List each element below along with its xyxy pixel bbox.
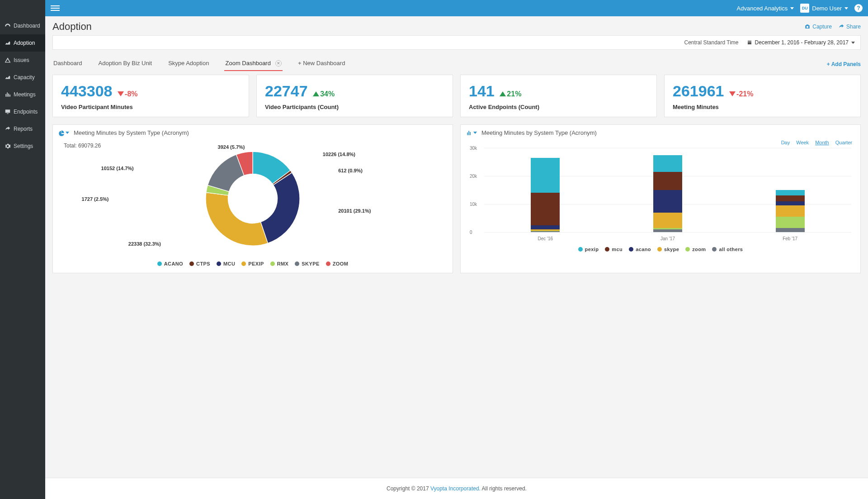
bar-segment [531, 225, 560, 229]
camera-icon [804, 24, 811, 30]
slice-label: 10152 (14.7%) [101, 166, 134, 171]
chevron-down-icon [66, 132, 69, 134]
granularity-picker: DayWeekMonthQuarter [469, 140, 852, 145]
legend-item[interactable]: pexip [578, 247, 599, 252]
legend-item[interactable]: RMX [270, 261, 289, 266]
bar-segment [776, 228, 805, 232]
bar-stack[interactable] [776, 190, 805, 232]
share-button[interactable]: Share [838, 24, 861, 30]
swatch [217, 261, 221, 266]
sidebar-item-adoption[interactable]: Adoption [0, 34, 45, 52]
metric-card[interactable]: 443308 -8% Video Participant Minutes [52, 75, 249, 117]
capture-button[interactable]: Capture [804, 24, 832, 30]
bar-icon[interactable] [466, 130, 477, 136]
legend-item[interactable]: mcu [605, 247, 623, 252]
legend-item[interactable]: ACANO [157, 261, 183, 266]
panel-title: Meeting Minutes by System Type (Acronym) [74, 129, 189, 136]
legend-item[interactable]: CTPS [189, 261, 210, 266]
granularity-option[interactable]: Week [796, 140, 809, 145]
menu-toggle[interactable] [51, 4, 60, 13]
bar-segment [776, 217, 805, 228]
legend-item[interactable]: MCU [217, 261, 235, 266]
metric-card[interactable]: 22747 34% Video Participants (Count) [256, 75, 453, 117]
user-dropdown[interactable]: DU Demo User [800, 4, 848, 13]
bar-legend: pexipmcuacanoskypezoomall others [466, 247, 855, 252]
sidebar-item-meetings[interactable]: Meetings [0, 86, 45, 103]
legend-item[interactable]: acano [629, 247, 651, 252]
date-range-picker[interactable]: December 1, 2016 - February 28, 2017 [747, 39, 855, 46]
bar-segment [653, 155, 682, 172]
tab-skype[interactable]: Skype Adoption [167, 57, 210, 71]
sidebar-item-label: Endpoints [14, 109, 38, 115]
bar-segment [653, 213, 682, 228]
add-panels-button[interactable]: + Add Panels [827, 61, 861, 67]
tab-dashboard[interactable]: Dashboard [52, 57, 83, 71]
metric-value: 443308 [61, 82, 112, 100]
swatch [241, 261, 246, 266]
donut-legend: ACANOCTPSMCUPEXIPRMXSKYPEZOOM [58, 261, 447, 266]
chevron-down-icon [473, 132, 477, 134]
user-name: Demo User [812, 5, 842, 12]
metric-card[interactable]: 141 21% Active Endpoints (Count) [460, 75, 657, 117]
bar-segment [776, 190, 805, 195]
bar-chart: 010k20k30kDec '16Jan '17Feb '17 [470, 148, 851, 243]
bar-segment [653, 229, 682, 232]
panel-donut: Meeting Minutes by System Type (Acronym)… [52, 124, 453, 273]
metric-value: 261961 [673, 82, 724, 100]
share-icon [5, 126, 11, 132]
trend: 34% [313, 90, 335, 98]
slice-label: 20101 (29.1%) [338, 208, 371, 214]
slice-label: 1727 (2.5%) [82, 196, 109, 202]
sidebar-item-capacity[interactable]: Capacity [0, 69, 45, 86]
legend-item[interactable]: SKYPE [295, 261, 319, 266]
granularity-option[interactable]: Quarter [835, 140, 852, 145]
slice-label: 3924 (5.7%) [218, 144, 245, 150]
metric-value: 141 [469, 82, 495, 100]
slice-label: 22338 (32.3%) [128, 241, 161, 247]
donut-total: Total: 69079.26 [64, 143, 101, 149]
arrow-up-icon [313, 91, 319, 96]
y-tick: 10k [470, 201, 477, 206]
close-icon[interactable]: ✕ [275, 60, 282, 67]
sidebar-item-endpoints[interactable]: Endpoints [0, 103, 45, 120]
metric-label: Video Participant Minutes [61, 104, 241, 110]
bar-segment [531, 193, 560, 225]
swatch [578, 247, 583, 252]
sidebar-item-label: Adoption [14, 40, 35, 46]
sidebar-item-dashboard[interactable]: Dashboard [0, 17, 45, 34]
tab-zoom[interactable]: Zoom Dashboard ✕ [224, 57, 282, 71]
legend-item[interactable]: ZOOM [326, 261, 349, 266]
bar-segment [531, 231, 560, 232]
panels: Meeting Minutes by System Type (Acronym)… [52, 124, 861, 273]
granularity-option[interactable]: Day [781, 140, 790, 145]
legend-item[interactable]: all others [712, 247, 743, 252]
footer-company-link[interactable]: Vyopta Incorporated. [430, 485, 481, 492]
tab-new[interactable]: + New Dashboard [297, 57, 346, 71]
legend-item[interactable]: zoom [685, 247, 706, 252]
legend-item[interactable]: skype [657, 247, 679, 252]
swatch [326, 261, 330, 266]
legend-item[interactable]: PEXIP [241, 261, 264, 266]
trend: 21% [500, 90, 521, 98]
bar-segment [653, 172, 682, 190]
y-tick: 30k [470, 146, 477, 151]
avatar: DU [800, 4, 809, 13]
help-icon[interactable]: ? [854, 4, 863, 12]
tab-adoption-biz[interactable]: Adoption By Biz Unit [98, 57, 153, 71]
date-range-label: December 1, 2016 - February 28, 2017 [755, 39, 849, 46]
chart-line-icon [5, 40, 11, 46]
swatch [685, 247, 690, 252]
metric-label: Active Endpoints (Count) [469, 104, 648, 110]
bar-stack[interactable] [531, 158, 560, 232]
metric-card[interactable]: 261961 -21% Meeting Minutes [664, 75, 861, 117]
product-dropdown[interactable]: Advanced Analytics [737, 5, 794, 12]
sidebar-item-reports[interactable]: Reports [0, 120, 45, 138]
sidebar-item-issues[interactable]: Issues [0, 52, 45, 69]
granularity-option[interactable]: Month [815, 140, 829, 145]
swatch [157, 261, 162, 266]
sidebar-item-settings[interactable]: Settings [0, 138, 45, 155]
pie-icon[interactable] [58, 130, 69, 136]
panel-title: Meeting Minutes by System Type (Acronym) [481, 129, 597, 136]
bar-segment [776, 201, 805, 205]
bar-stack[interactable] [653, 155, 682, 232]
